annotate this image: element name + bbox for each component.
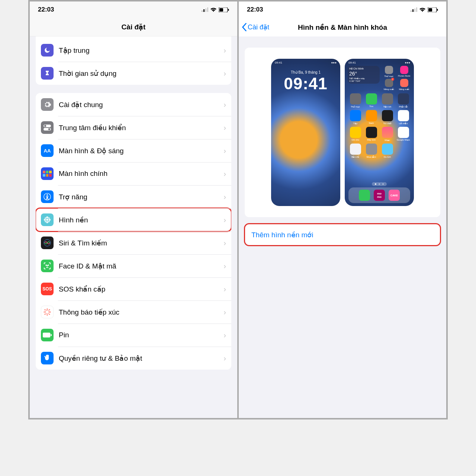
row-label: Cài đặt chung: [59, 100, 223, 109]
svg-point-10: [48, 128, 50, 130]
wallpaper-preview-card: 09:41●●● Thứ Ba, 9 tháng 1 09:41 09:41●●…: [245, 48, 440, 217]
row-label: SOS khẩn cấp: [59, 285, 223, 293]
row-screentime[interactable]: Thời gian sử dụng ›: [36, 62, 231, 85]
sos-icon: SOS: [41, 283, 54, 295]
settings-screen: 22:03 Cài đặt Tập trung ›: [30, 1, 237, 418]
chevron-right-icon: ›: [223, 193, 226, 201]
svg-rect-39: [414, 9, 415, 12]
row-label: Thông báo tiếp xúc: [59, 308, 223, 316]
display-icon: AA: [41, 144, 54, 157]
back-button[interactable]: Cài đặt: [242, 18, 269, 36]
hourglass-icon: [41, 67, 54, 80]
row-accessibility[interactable]: Trợ năng ›: [36, 185, 231, 208]
siri-icon: [41, 237, 54, 249]
chevron-right-icon: ›: [223, 331, 226, 340]
faceid-icon: [41, 260, 54, 272]
svg-point-8: [44, 125, 46, 127]
add-wallpaper-button[interactable]: Thêm hình nền mới: [245, 224, 440, 245]
wallpaper-content[interactable]: 09:41●●● Thứ Ba, 9 tháng 1 09:41 09:41●●…: [239, 36, 446, 418]
lockscreen-preview[interactable]: 09:41●●● Thứ Ba, 9 tháng 1 09:41: [271, 59, 340, 206]
svg-point-20: [45, 221, 46, 222]
row-exposure[interactable]: Thông báo tiếp xúc ›: [36, 300, 231, 324]
chevron-right-icon: ›: [223, 285, 226, 293]
chevron-right-icon: ›: [223, 216, 226, 224]
nav-header: Cài đặt: [30, 18, 237, 36]
svg-point-25: [48, 265, 49, 266]
page-dots: [372, 182, 387, 186]
svg-point-32: [49, 309, 50, 311]
row-control-center[interactable]: Trung tâm điều khiển ›: [36, 116, 231, 139]
row-label: Thời gian sử dụng: [59, 69, 223, 78]
row-label: Trợ năng: [59, 193, 223, 201]
page-title: Hình nền & Màn hình khóa: [298, 23, 387, 32]
chevron-left-icon: [242, 23, 247, 31]
add-wallpaper-label: Thêm hình nền mới: [251, 231, 313, 239]
row-faceid[interactable]: Face ID & Mật mã ›: [36, 254, 231, 277]
homescreen-preview[interactable]: 09:41●●● Hồ Chí Minh 26° Trời Nhiều mây …: [345, 59, 414, 206]
svg-rect-40: [416, 7, 417, 12]
svg-point-27: [47, 309, 48, 310]
battery-icon: [219, 7, 229, 12]
row-privacy[interactable]: Quyền riêng tư & Bảo mật ›: [36, 347, 231, 370]
svg-rect-37: [411, 10, 412, 12]
svg-point-13: [46, 219, 48, 221]
chevron-right-icon: ›: [223, 46, 226, 55]
signal-icon: [202, 7, 208, 12]
grid-icon: [41, 167, 54, 180]
nav-header: Cài đặt Hình nền & Màn hình khóa: [239, 18, 446, 36]
signal-icon: [411, 7, 417, 12]
svg-point-33: [45, 314, 46, 315]
row-homescreen[interactable]: Màn hình chính ›: [36, 162, 231, 185]
row-focus[interactable]: Tập trung ›: [36, 39, 231, 62]
svg-point-17: [49, 219, 51, 221]
svg-point-28: [47, 315, 48, 316]
svg-rect-1: [203, 9, 205, 12]
row-general[interactable]: Cài đặt chung ›: [36, 93, 231, 116]
svg-point-24: [46, 265, 46, 266]
svg-rect-2: [205, 9, 206, 12]
moon-icon: [41, 44, 54, 57]
svg-point-29: [44, 312, 45, 313]
toggles-icon: [41, 121, 54, 134]
lock-time: 09:41: [284, 74, 328, 93]
wifi-icon: [210, 7, 217, 12]
app-grid: Thứ mục Tìm Tiện ích Phần tắt Tập Sách T…: [345, 90, 414, 161]
row-battery[interactable]: Pin ›: [36, 324, 231, 347]
row-label: Siri & Tìm kiếm: [59, 239, 223, 247]
row-label: Trung tâm điều khiển: [59, 123, 223, 132]
row-label: Hình nền: [59, 216, 223, 224]
svg-rect-36: [51, 334, 52, 336]
svg-rect-35: [43, 333, 50, 338]
status-icons: [411, 7, 438, 12]
svg-rect-0: [202, 10, 203, 12]
wifi-icon: [419, 7, 426, 12]
status-bar: 22:03: [239, 1, 446, 18]
chevron-right-icon: ›: [223, 100, 226, 109]
accessibility-icon: [41, 190, 54, 203]
chevron-right-icon: ›: [223, 239, 226, 247]
svg-rect-42: [428, 8, 432, 12]
row-wallpaper[interactable]: Hình nền ›: [36, 208, 231, 231]
chevron-right-icon: ›: [223, 262, 226, 270]
row-label: Quyền riêng tư & Bảo mật: [59, 354, 223, 363]
svg-point-12: [46, 194, 48, 196]
row-label: Pin: [59, 331, 223, 339]
svg-point-16: [44, 219, 46, 221]
svg-point-19: [48, 217, 50, 219]
svg-point-14: [46, 216, 48, 219]
battery-icon: [41, 329, 54, 341]
chevron-right-icon: ›: [223, 123, 226, 132]
svg-rect-38: [412, 9, 414, 12]
chevron-right-icon: ›: [223, 147, 226, 155]
row-display[interactable]: AA Màn hình & Độ sáng ›: [36, 139, 231, 162]
back-label: Cài đặt: [248, 23, 269, 31]
chevron-right-icon: ›: [223, 354, 226, 363]
gear-icon: [41, 98, 54, 111]
row-siri[interactable]: Siri & Tìm kiếm ›: [36, 231, 231, 254]
svg-point-30: [50, 312, 51, 313]
settings-list[interactable]: Tập trung › Thời gian sử dụng › C: [30, 36, 237, 418]
row-sos[interactable]: SOS SOS khẩn cấp ›: [36, 277, 231, 300]
lock-date: Thứ Ba, 9 tháng 1: [291, 70, 321, 74]
chevron-right-icon: ›: [223, 308, 226, 316]
status-bar: 22:03: [30, 1, 237, 18]
